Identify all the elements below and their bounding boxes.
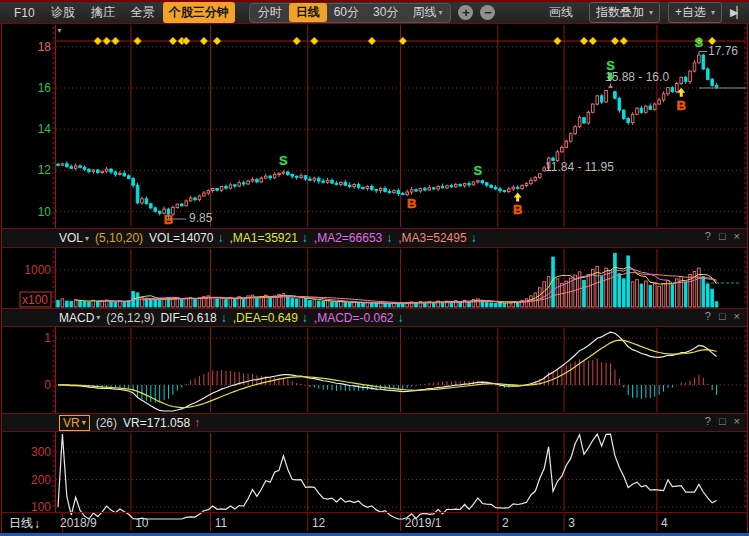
down-arrow-icon: ↓ xyxy=(221,311,227,325)
svg-text:200: 200 xyxy=(31,473,51,487)
vr-indicator-label: VR xyxy=(63,416,80,430)
macd-dea-value: ,DEA=0.649 xyxy=(233,311,298,325)
price-annotations: 9.8511.84 - 11.9515.88 - 16.017.76 xyxy=(169,44,747,225)
vol-ma2-value: ,MA2=66653 xyxy=(314,231,382,245)
period-30min[interactable]: 30分 xyxy=(366,3,405,22)
sell-signal-marker: S xyxy=(695,35,704,50)
x-axis-month-label: 2018/9 xyxy=(60,516,97,530)
chevron-down-icon: ▾ xyxy=(711,8,715,17)
main-chart-dropdown-caret[interactable]: ▼ xyxy=(56,27,63,34)
chart-canvas[interactable]: 18161412101000x10010300200100BSBSBSBS9.8… xyxy=(0,0,749,536)
maximize-icon[interactable]: □ xyxy=(719,310,726,322)
help-icon[interactable]: ? xyxy=(705,230,711,242)
event-diamond-icon xyxy=(293,37,301,45)
down-arrow-icon: ↓ xyxy=(398,311,404,325)
help-icon[interactable]: ? xyxy=(705,415,711,427)
chevron-down-icon: ▾ xyxy=(85,234,89,243)
axis-labels: 18161412101000x10010300200100 xyxy=(20,40,51,514)
period-selector-group: 分时 日线 60分 30分 周线 ▾ xyxy=(249,3,452,23)
buy-signal-marker: B xyxy=(513,202,522,217)
sell-signal-marker: S xyxy=(279,153,288,168)
vol-panel-header: VOL ▾ (5,10,20) VOL=14070 ↓ ,MA1=35921 ↓… xyxy=(2,228,747,248)
macd-dif-value: DIF=0.618 xyxy=(160,311,216,325)
vol-value: VOL=14070 xyxy=(149,231,213,245)
maximize-icon[interactable]: □ xyxy=(719,230,726,242)
down-arrow-icon: ↓ xyxy=(471,231,477,245)
event-diamond-icon xyxy=(169,37,177,45)
stock-3min-button[interactable]: 个股三分钟 xyxy=(163,2,235,23)
price-annotation: 17.76 xyxy=(708,44,738,58)
event-diamond-icon xyxy=(553,37,561,45)
vol-indicator-selector[interactable]: VOL ▾ xyxy=(59,231,89,245)
x-axis-month-label: 12 xyxy=(312,516,325,530)
macd-panel-header: MACD ▾ (26,12,9) DIF=0.618 ↓ ,DEA=0.649 … xyxy=(2,308,747,327)
event-diamond-icon xyxy=(399,37,407,45)
help-icon[interactable]: ? xyxy=(705,310,711,322)
period-indicator[interactable]: 日线 ↓ xyxy=(2,513,63,534)
draw-line-button[interactable]: 画线 xyxy=(541,3,581,22)
nav-panorama[interactable]: 全景 xyxy=(123,3,163,22)
period-daily[interactable]: 日线 xyxy=(289,3,327,22)
macd-value: ,MACD=-0.062 xyxy=(314,311,394,325)
period-60min[interactable]: 60分 xyxy=(327,3,366,22)
x-axis-month-label: 11 xyxy=(215,516,227,530)
zoom-out-button[interactable]: − xyxy=(480,5,495,20)
expand-panel-icon[interactable]: ▶▏ xyxy=(730,6,743,19)
x-axis-month-label: 2 xyxy=(502,516,509,530)
event-diamond-icon xyxy=(580,37,588,45)
down-arrow-icon: ↓ xyxy=(302,311,308,325)
volume-bars xyxy=(57,253,718,307)
index-overlay-label: 指数叠加 xyxy=(596,4,644,21)
vol-ma3-value: ,MA3=52495 xyxy=(398,231,466,245)
trade-signal-markers: BSBSBSBS xyxy=(164,35,704,227)
zoom-in-button[interactable]: + xyxy=(458,5,473,20)
vr-panel-header: VR ▾ (26) VR=171.058 ↑ ? □ × xyxy=(2,413,747,432)
svg-text:x100: x100 xyxy=(22,293,48,307)
event-diamond-icon xyxy=(111,37,119,45)
add-watchlist-button[interactable]: +自选 ▾ xyxy=(668,2,722,23)
macd-indicator-selector[interactable]: MACD ▾ xyxy=(59,311,100,325)
x-axis-month-label: 2019/1 xyxy=(405,516,442,530)
close-icon[interactable]: × xyxy=(734,310,740,322)
close-icon[interactable]: × xyxy=(734,230,740,242)
period-weekly-dropdown[interactable]: 周线 ▾ xyxy=(405,3,449,22)
period-intraday[interactable]: 分时 xyxy=(251,3,289,22)
up-arrow-icon: ↑ xyxy=(194,416,200,430)
vr-panel-buttons: ? □ × xyxy=(705,415,740,427)
vol-params: (5,10,20) xyxy=(95,231,143,245)
stock-chart-app: F10 诊股 擒庄 全景 个股三分钟 分时 日线 60分 30分 周线 ▾ + … xyxy=(0,0,749,536)
vr-plot xyxy=(58,434,717,519)
event-diamond-icon xyxy=(611,37,619,45)
nav-f10[interactable]: F10 xyxy=(6,5,43,21)
nav-catch-banker[interactable]: 擒庄 xyxy=(83,3,123,22)
maximize-icon[interactable]: □ xyxy=(719,415,726,427)
svg-text:10: 10 xyxy=(38,205,52,219)
macd-panel-buttons: ? □ × xyxy=(705,310,740,322)
sell-signal-marker: S xyxy=(474,163,483,178)
index-overlay-button[interactable]: 指数叠加 ▾ xyxy=(589,2,660,23)
svg-text:12: 12 xyxy=(38,163,52,177)
top-toolbar: F10 诊股 擒庄 全景 个股三分钟 分时 日线 60分 30分 周线 ▾ + … xyxy=(0,0,749,24)
vol-ma1-value: ,MA1=35921 xyxy=(229,231,297,245)
vol-indicator-label: VOL xyxy=(59,231,83,245)
nav-diagnose-stock[interactable]: 诊股 xyxy=(43,3,83,22)
down-arrow-icon: ↓ xyxy=(302,231,308,245)
event-diamond-icon xyxy=(94,37,102,45)
down-arrow-icon: ↓ xyxy=(34,517,40,531)
event-diamonds xyxy=(94,37,716,45)
x-axis-bar: 日线 ↓ 2018/91011122019/1234 xyxy=(2,512,747,534)
event-diamond-icon xyxy=(200,37,208,45)
svg-text:14: 14 xyxy=(38,122,52,136)
close-icon[interactable]: × xyxy=(734,415,740,427)
add-watchlist-label: +自选 xyxy=(675,4,706,21)
price-annotation: 9.85 xyxy=(189,211,213,225)
event-diamond-icon xyxy=(134,37,142,45)
period-weekly-label: 周线 xyxy=(412,4,436,21)
vol-panel-buttons: ? □ × xyxy=(705,230,740,242)
chevron-down-icon: ▾ xyxy=(96,313,100,322)
vr-indicator-selector[interactable]: VR ▾ xyxy=(59,415,90,431)
svg-text:1000: 1000 xyxy=(24,263,51,277)
x-axis-month-label: 3 xyxy=(568,516,575,530)
svg-text:16: 16 xyxy=(38,81,52,95)
event-diamond-icon xyxy=(213,37,221,45)
